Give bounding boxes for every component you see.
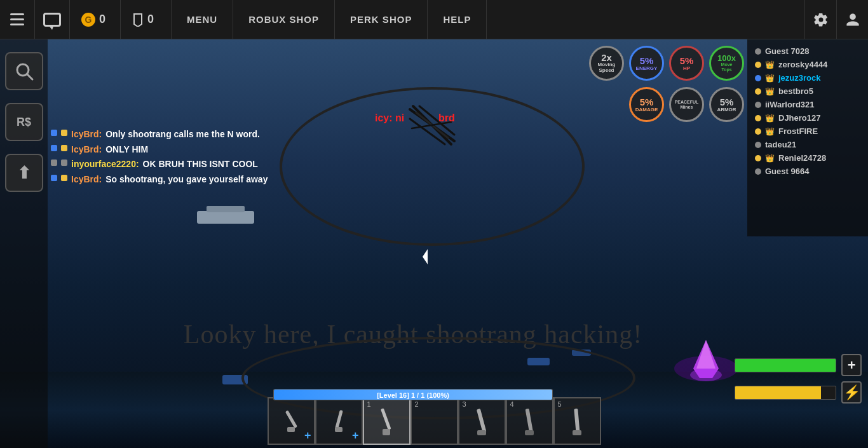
player-dot [755, 155, 761, 161]
chat-line-4: IcyBrd: So shootrang, you gave yourself … [51, 173, 343, 186]
player-item: 👑 bestbro5 [752, 85, 863, 98]
menu-button[interactable]: MENU [172, 0, 233, 39]
player-item: Guest 7028 [752, 44, 863, 58]
chat-indicator [61, 175, 67, 181]
hotbar-extra-slot-2[interactable]: + [315, 397, 363, 445]
settings-button[interactable] [804, 0, 836, 39]
cursor [423, 249, 428, 264]
add-slot-icon-1: + [304, 429, 311, 442]
stat-damage: 5% DAMAGE [629, 87, 664, 122]
chat-name: inyourface2220: [71, 158, 139, 171]
points-icon [132, 13, 144, 27]
hamburger-line-3 [10, 24, 24, 25]
player-name: Reniel24728 [778, 153, 826, 163]
slot-number-5: 5 [558, 400, 562, 408]
help-button[interactable]: HELP [428, 0, 487, 39]
stat-energy: 5% ENERGY [629, 46, 664, 81]
upload-button[interactable]: ⬆ [5, 154, 43, 192]
chat-line-2: IcyBrd: ONLY HIM [51, 144, 343, 156]
player-name: iiWarlord321 [765, 100, 815, 109]
player-item: tadeu21 [752, 138, 863, 151]
stat-move-tops: 100x MoveTops [709, 46, 744, 81]
add-slot-icon-2: + [352, 429, 359, 442]
health-bar-row: + [735, 354, 862, 376]
platform-2 [527, 358, 550, 365]
svg-line-3 [413, 106, 451, 144]
player-dot [755, 48, 761, 55]
svg-rect-18 [477, 408, 487, 432]
points-display: 0 [121, 0, 172, 39]
player-name: tadeu21 [765, 140, 796, 149]
player-item: 👑 zerosky4444 [752, 58, 863, 71]
topbar-right [804, 0, 868, 39]
hamburger-menu-button[interactable] [0, 0, 35, 39]
scrawl-annotation [407, 103, 458, 147]
tool-icon-2 [326, 407, 351, 435]
health-fill [735, 359, 836, 372]
hotbar-slot-4[interactable]: 4 [506, 397, 553, 445]
energy-button[interactable]: ⚡ [841, 381, 862, 404]
chat-box: IcyBrd: Only shootrang calls me the N wo… [51, 128, 343, 188]
coin-count: 0 [99, 13, 105, 26]
coins-display: G 0 [70, 0, 121, 39]
hoverboat [197, 211, 254, 224]
search-icon [14, 61, 34, 81]
svg-rect-19 [477, 430, 486, 435]
hud-stats-row1: 2x MovingSpeed 5% ENERGY 5% HP 100x Move… [589, 46, 744, 81]
energy-bar [735, 386, 836, 400]
level-bar-area: [Level 16] 1 / 1 (100%) [273, 389, 553, 400]
weapon-icon-3 [470, 406, 494, 437]
icy-text: icy: ni [375, 112, 404, 124]
coin-icon: G [81, 13, 95, 27]
crown-icon: 👑 [765, 87, 775, 96]
svg-rect-21 [525, 430, 534, 435]
robux-shop-button[interactable]: ROBUX SHOP [233, 0, 335, 39]
level-bar-text: [Level 16] 1 / 1 (100%) [274, 390, 552, 401]
perk-shop-button[interactable]: PERK SHOP [335, 0, 428, 39]
crown-icon: 👑 [765, 154, 775, 163]
stat-armor: 5% ARMOR [709, 87, 744, 122]
hotbar-slot-2[interactable]: 2 [410, 397, 458, 445]
chat-name: IcyBrd: [71, 144, 102, 156]
stat-peaceful-mines: PEACEFULMines [669, 87, 704, 122]
player-dot [755, 142, 761, 148]
chat-text: So shootrang, you gave yourself away [105, 173, 268, 186]
player-item: 👑 Reniel24728 [752, 151, 863, 165]
profile-button[interactable] [836, 0, 868, 39]
weapon-icon-5 [565, 406, 589, 437]
game-area: 2x MovingSpeed 5% ENERGY 5% HP 100x Move… [0, 39, 868, 448]
energy-bar-row: ⚡ [735, 381, 862, 404]
chat-icon [43, 13, 61, 27]
player-dot [755, 115, 761, 121]
svg-rect-16 [381, 408, 391, 430]
player-name: Guest 7028 [765, 46, 809, 56]
svg-rect-20 [526, 408, 534, 432]
hamburger-line-2 [10, 18, 24, 20]
hotbar-extra-slot-1[interactable]: + [268, 397, 315, 445]
chat-line-3: inyourface2220: OK BRUH THIS ISNT COOL [51, 158, 343, 171]
chat-button[interactable] [35, 0, 70, 39]
brd-text: brd [438, 112, 455, 124]
chat-name: IcyBrd: [71, 128, 102, 141]
chat-text: Only shootrang calls me the N word. [105, 128, 260, 141]
chat-indicator [61, 145, 67, 151]
crown-icon: 👑 [765, 114, 775, 123]
player-item: Guest 9664 [752, 165, 863, 178]
robux-button[interactable]: R$ [5, 103, 43, 141]
weapon-icon-4 [517, 406, 541, 437]
search-button[interactable] [5, 52, 43, 90]
health-plus-button[interactable]: + [841, 354, 862, 376]
tool-icon-1 [278, 407, 304, 435]
chat-line-1: IcyBrd: Only shootrang calls me the N wo… [51, 128, 343, 141]
level-bar-background: [Level 16] 1 / 1 (100%) [273, 389, 553, 400]
svg-rect-23 [573, 430, 581, 435]
svg-line-1 [27, 74, 32, 79]
crown-icon: 👑 [765, 60, 775, 69]
hotbar-slot-3[interactable]: 3 [458, 397, 506, 445]
player-item: 👑 DJhero127 [752, 111, 863, 125]
main-annotation-text: Looky here, I caught shootrang hacking! [127, 319, 699, 350]
stat-moving-speed: 2x MovingSpeed [589, 46, 624, 81]
chat-name: IcyBrd: [71, 173, 102, 186]
hotbar-slot-5[interactable]: 5 [553, 397, 601, 445]
hotbar-slot-1[interactable]: 1 [363, 397, 410, 445]
